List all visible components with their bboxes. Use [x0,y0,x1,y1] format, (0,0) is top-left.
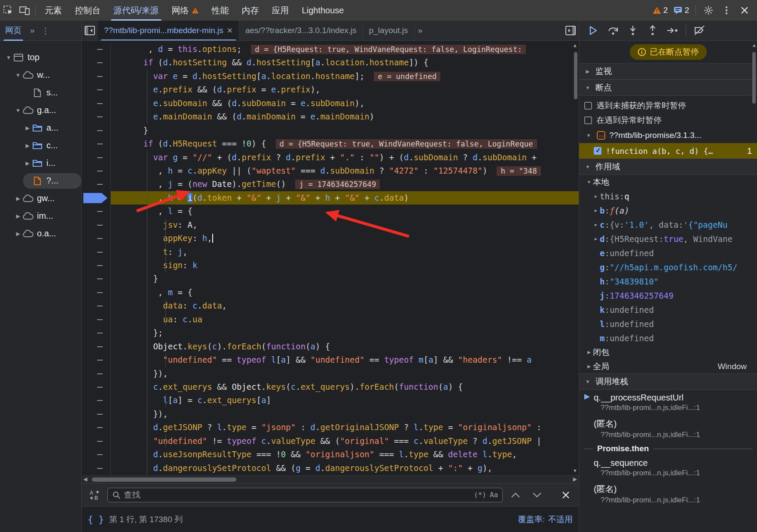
stack-frame-0[interactable]: q.__processRequestUrl??mtb/lib-promi...n… [579,390,757,415]
scope-entry-b[interactable]: ▶b: ƒ (a) [579,203,757,217]
scope-entry-m[interactable]: m: undefined [579,331,757,345]
issues-badge[interactable]: 2 [672,6,691,15]
breakpoint-gutter[interactable] [82,259,111,272]
scope-entry-e[interactable]: e: undefined [579,246,757,260]
breakpoint-gutter[interactable] [82,43,111,56]
tab-application[interactable]: 应用 [266,0,296,21]
regex-toggle[interactable]: (*) [474,491,486,499]
scope-entry-h[interactable]: h: "34839810" [579,274,757,288]
file-tab-tracker[interactable]: aes/??tracker/3...3.0.1/index.js [239,21,363,40]
code-line-content[interactable]: if (d.H5Request === !0) {d = {H5Request:… [111,137,579,150]
checkbox-checked[interactable] [594,147,601,155]
code-line-content[interactable]: sign: k [111,259,579,272]
checkbox-unchecked[interactable] [584,116,592,124]
breakpoint-gutter[interactable] [82,299,111,312]
scope-entry-l[interactable]: l: undefined [579,317,757,331]
breakpoint-gutter[interactable] [82,380,111,394]
tree-item-q[interactable]: ?... [0,172,81,190]
scope-global-group[interactable]: ▶ 全局 Window [579,359,757,373]
breakpoint-file-group[interactable]: ▼ ‹› ??mtb/lib-promise/3.1.3... [579,128,757,143]
expander-closed-icon[interactable]: ▶ [14,231,22,237]
scope-entry-j[interactable]: j: 1746346257649 [579,288,757,303]
code-line-content[interactable]: e.prefix && (d.prefix = e.prefix), [111,83,579,96]
breakpoint-gutter[interactable] [82,462,111,475]
file-tab-p-layout[interactable]: p_layout.js [363,21,415,40]
breakpoint-gutter[interactable] [82,394,111,407]
breakpoint-gutter[interactable] [82,83,111,96]
code-line-content[interactable]: t: j, [111,245,579,259]
code-line-content[interactable]: "undefined" == typeof l[a] && "undefined… [111,353,579,367]
breakpoint-gutter[interactable] [82,70,111,83]
code-line-content[interactable]: d.dangerouslySetProtocol && (g = d.dange… [111,462,579,475]
expander-closed-icon[interactable]: ▶ [23,143,32,149]
code-line-content[interactable]: }; [111,326,579,339]
code-line-content[interactable]: l[a] = c.ext_querys[a] [111,394,579,407]
breakpoint-gutter[interactable] [82,353,111,367]
scrollbar-thumb[interactable] [574,52,577,99]
section-watch[interactable]: ▶ 监视 [579,63,757,79]
scope-entry-c[interactable]: ▶c: {v: '1.0', data: '{"pageNu [579,217,757,232]
find-next-icon[interactable] [528,487,546,503]
tree-item-top[interactable]: ▼top [0,49,81,66]
scroll-down-icon[interactable]: ▼ [574,468,577,474]
hide-navigator-icon[interactable] [82,22,98,39]
code-line-content[interactable]: }), [111,407,579,421]
settings-gear-icon[interactable] [700,2,717,18]
breakpoint-gutter[interactable] [82,218,111,232]
navigator-menu-icon[interactable]: ⋮ [38,26,53,36]
code-line-content[interactable]: , l = { [111,205,579,218]
tab-lighthouse[interactable]: Lighthouse [296,0,351,21]
code-line-content[interactable]: }), [111,367,579,380]
error-badge[interactable]: 2 [650,6,670,15]
breakpoint-gutter[interactable] [82,286,111,299]
expander-closed-icon[interactable]: ▶ [23,160,32,166]
scope-closure-group[interactable]: ▶ 闭包 [579,345,757,359]
tree-item-a[interactable]: ▶a... [0,119,81,137]
section-breakpoints[interactable]: ▼ 断点 [579,79,757,96]
breakpoint-gutter[interactable] [82,340,111,353]
expander-closed-icon[interactable]: ▶ [592,222,600,227]
code-line-content[interactable]: , d = this.options;d = {H5Request: true,… [111,43,579,56]
code-line-content[interactable]: data: c.data, [111,299,579,312]
breakpoint-gutter[interactable] [82,151,111,164]
tree-item-im[interactable]: ▶im... [0,207,81,225]
tab-memory[interactable]: 内存 [235,0,266,21]
breakpoint-gutter[interactable] [82,110,111,123]
expander-closed-icon[interactable]: ▶ [14,196,22,202]
breakpoint-gutter[interactable] [82,97,111,110]
show-debugger-sidebar-icon[interactable] [562,22,579,39]
tab-performance[interactable]: 性能 [205,0,235,21]
checkbox-unchecked[interactable] [584,102,592,110]
code-line-content[interactable]: var e = d.hostSetting[a.location.hostnam… [111,70,579,83]
pretty-print-icon[interactable]: { } [88,514,104,525]
scope-local-group[interactable]: ▼ 本地 [579,175,757,189]
breakpoint-gutter[interactable] [82,326,111,339]
code-line-content[interactable]: ua: c.ua [111,313,579,326]
expander-open-icon[interactable]: ▼ [4,55,13,61]
tree-item-s[interactable]: s... [0,84,81,101]
scope-entry-this[interactable]: ▶this: q [579,189,757,203]
navigator-more-tabs-icon[interactable]: » [27,26,38,35]
code-line-content[interactable]: } [111,124,579,137]
section-call-stack[interactable]: ▼ 调用堆栈 [579,373,757,390]
scroll-left-icon[interactable]: ◀ [83,476,87,482]
expander-closed-icon[interactable]: ▶ [592,236,600,241]
breakpoint-gutter[interactable] [82,191,111,205]
stack-frame-1[interactable]: (匿名)??mtb/lib-promi...n.js,idleFi...:1 [579,415,757,442]
step-button[interactable] [663,22,681,39]
step-over-button[interactable] [604,22,622,39]
scope-entry-g[interactable]: g: "//h5api.m.goofish.com/h5/ [579,260,757,274]
tree-item-i[interactable]: ▶i... [0,154,81,172]
breakpoint-gutter[interactable] [82,245,111,259]
tree-item-w[interactable]: ▼w... [0,66,81,84]
code-line-content[interactable]: Object.keys(c).forEach(function(a) { [111,340,579,353]
section-scope[interactable]: ▼ 作用域 [579,159,757,175]
tab-sources[interactable]: 源代码/来源 [107,0,165,21]
code-line-content[interactable]: } [111,272,579,285]
code-line-content[interactable]: c.ext_querys && Object.keys(c.ext_querys… [111,380,579,394]
code-line-content[interactable]: , k = i(d.token + "&" + j + "&" + h + "&… [111,191,579,205]
scrollbar-thumb[interactable] [752,52,756,104]
code-line-content[interactable]: d.getJSONP ? l.type = "jsonp" : d.getOri… [111,421,579,434]
search-input[interactable] [124,490,470,500]
tree-item-gw[interactable]: ▶gw... [0,190,81,207]
